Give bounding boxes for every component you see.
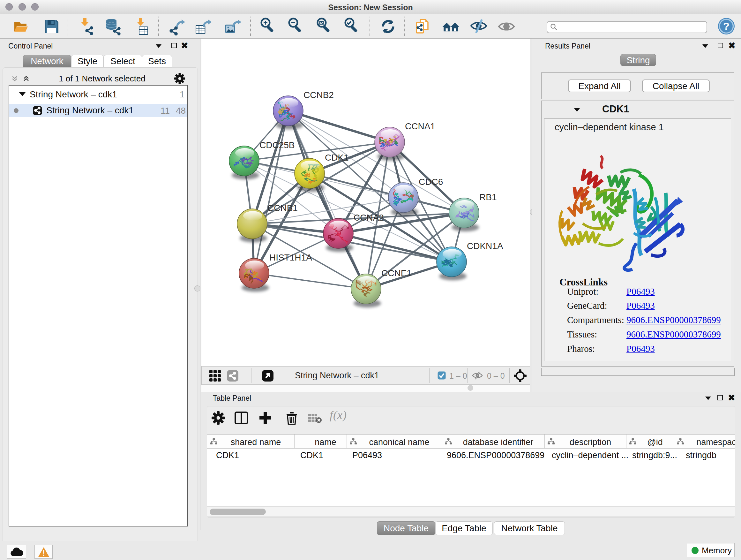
svg-text:CCNA1: CCNA1	[405, 121, 435, 131]
svg-text:HIST1H1A: HIST1H1A	[269, 253, 312, 262]
svg-text:CCNB1: CCNB1	[267, 203, 298, 213]
svg-text:CCNB2: CCNB2	[304, 90, 334, 100]
svg-text:CDC25B: CDC25B	[259, 140, 294, 150]
svg-text:CCNA2: CCNA2	[354, 212, 384, 223]
svg-text:CDKN1A: CDKN1A	[467, 241, 503, 251]
svg-text:CDC6: CDC6	[419, 177, 443, 187]
svg-text:CCNE1: CCNE1	[381, 268, 412, 278]
svg-text:RB1: RB1	[479, 192, 496, 202]
svg-text:CDK1: CDK1	[325, 152, 349, 163]
svg-text:?: ?	[723, 20, 730, 32]
